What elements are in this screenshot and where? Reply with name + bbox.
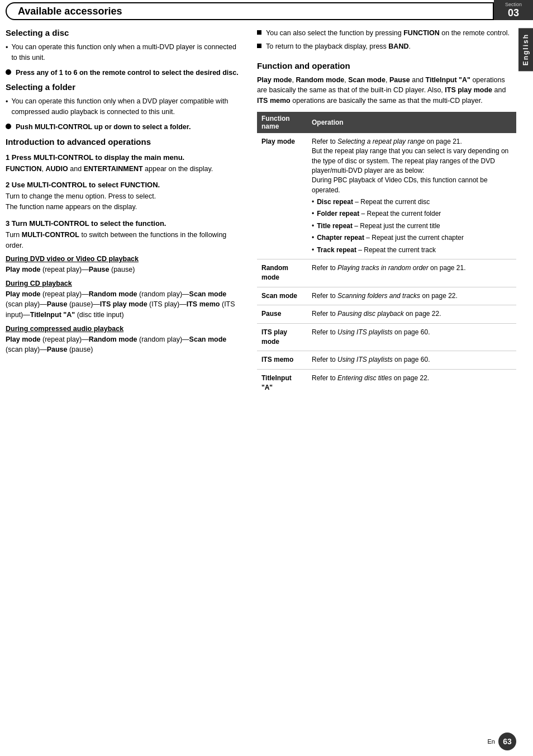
table-row-its-play-mode: ITS play mode Refer to Using ITS playlis… — [257, 323, 516, 351]
titleinput-link: Entering disc titles — [337, 374, 392, 382]
section-num: 03 — [508, 7, 519, 19]
play-mode-link: Selecting a repeat play range — [337, 138, 425, 145]
step-1-heading: 1 Press MULTI-CONTROL to display the mai… — [6, 153, 240, 162]
titleinput-operation: Refer to Entering disc titles on page 22… — [307, 369, 516, 396]
step-3-num: 3 — [6, 219, 12, 228]
bullet-dot-2: • — [6, 97, 8, 107]
pause-name: Pause — [257, 305, 307, 323]
sub-bullet-disc-repeat: • Disc repeat – Repeat the current disc — [312, 197, 512, 207]
dvd-playback-section: During DVD video or Video CD playback Pl… — [6, 254, 240, 275]
its-memo-link: Using ITS playlists — [337, 356, 393, 363]
its-memo-name: ITS memo — [257, 351, 307, 369]
play-mode-cd: Play mode — [6, 290, 41, 298]
selecting-disc-bold-bullet: Press any of 1 to 6 on the remote contro… — [6, 68, 240, 78]
table-row-play-mode: Play mode Refer to Selecting a repeat pl… — [257, 133, 516, 259]
right-column: You can also select the function by pres… — [257, 28, 516, 734]
play-mode-name: Play mode — [257, 133, 307, 259]
step-3-heading: 3 Turn MULTI-CONTROL to select the funct… — [6, 219, 240, 228]
titleinput-cd: TitleInput "A" — [30, 311, 75, 319]
track-repeat-text: Track repeat – Repeat the current track — [317, 245, 436, 255]
random-mode-intro: Random mode — [296, 76, 344, 84]
right-bullets: You can also select the function by pres… — [257, 28, 516, 52]
step-2-heading: 2 Use MULTI-CONTROL to select FUNCTION. — [6, 181, 240, 189]
step-2-body: Turn to change the menu option. Press to… — [6, 191, 240, 212]
step-1-num: 1 — [6, 153, 12, 162]
selecting-folder-bullet: • You can operate this function only whe… — [6, 96, 240, 117]
bold-bullet-dot — [6, 69, 11, 75]
page-title: Available accessories — [18, 6, 122, 17]
function-table: Function name Operation Play mode Refer … — [257, 112, 516, 397]
table-row-random-mode: Random mode Refer to Playing tracks in r… — [257, 259, 516, 287]
sb-dot-4: • — [312, 233, 314, 243]
its-play-mode-name: ITS play mode — [257, 323, 307, 351]
play-mode-dvd: Play mode — [6, 266, 41, 273]
table-row-scan-mode: Scan mode Refer to Scanning folders and … — [257, 287, 516, 305]
its-play-mode-link: Using ITS playlists — [337, 328, 393, 336]
its-memo-cd: ITS memo — [187, 300, 220, 308]
step-2-num: 2 — [6, 181, 12, 189]
square-bullet-1 — [257, 30, 261, 35]
english-side-label: English — [518, 28, 533, 71]
selecting-disc-bullet: • You can operate this function only whe… — [6, 42, 240, 63]
sb-dot-5: • — [312, 245, 314, 255]
right-bullet-2-text: To return to the playback display, press… — [266, 41, 411, 52]
step-1-function: FUNCTION — [6, 165, 42, 173]
sub-bullet-track-repeat: • Track repeat – Repeat the current trac… — [312, 245, 512, 255]
cd-playback-heading: During CD playback — [6, 280, 72, 287]
scan-mode-name: Scan mode — [257, 287, 307, 305]
pause-dvd: Pause — [89, 266, 110, 273]
sb-dot-1: • — [312, 197, 314, 207]
sub-bullet-folder-repeat: • Folder repeat – Repeat the current fol… — [312, 209, 512, 219]
pause-operation: Refer to Pausing disc playback on page 2… — [307, 305, 516, 323]
sub-bullet-title-repeat: • Title repeat – Repeat just the current… — [312, 221, 512, 231]
table-row-titleinput: TitleInput "A" Refer to Entering disc ti… — [257, 369, 516, 396]
selecting-folder-section: Selecting a folder • You can operate thi… — [6, 82, 240, 132]
right-bullet-2: To return to the playback display, press… — [257, 41, 516, 52]
titleinput-name: TitleInput "A" — [257, 369, 307, 396]
random-mode-link: Playing tracks in random order — [337, 264, 429, 272]
scan-mode-link: Scanning folders and tracks — [337, 292, 420, 300]
its-play-mode-operation: Refer to Using ITS playlists on page 60. — [307, 323, 516, 351]
right-bullet-1: You can also select the function by pres… — [257, 28, 516, 39]
step-3-body: Turn MULTI-CONTROL to switch between the… — [6, 230, 240, 251]
compressed-playback-section: During compressed audio playback Play mo… — [6, 324, 240, 355]
en-label: En — [488, 738, 495, 745]
selecting-folder-text: You can operate this function only when … — [11, 96, 240, 117]
folder-repeat-text: Folder repeat – Repeat the current folde… — [317, 209, 441, 219]
func-and-op-intro: Play mode, Random mode, Scan mode, Pause… — [257, 75, 516, 106]
right-bullet-1-text: You can also select the function by pres… — [266, 28, 510, 39]
table-header-func-name: Function name — [257, 112, 307, 133]
compressed-playback-heading: During compressed audio playback — [6, 325, 123, 333]
play-mode-comp: Play mode — [6, 336, 41, 343]
step-1-body: FUNCTION, AUDIO and ENTERTAINMENT appear… — [6, 164, 240, 174]
pause-link: Pausing disc playback — [337, 310, 404, 318]
page-number-badge: 63 — [498, 733, 516, 750]
step-1-title: Press MULTI-CONTROL to display the main … — [12, 153, 184, 162]
square-bullet-2 — [257, 44, 261, 48]
section-badge: Section 03 — [494, 0, 533, 20]
step-1-entertainment: ENTERTAINMENT — [84, 165, 143, 173]
func-and-op-heading: Function and operation — [257, 61, 516, 70]
sb-dot-2: • — [312, 209, 314, 219]
title-repeat-text: Title repeat – Repeat just the current t… — [317, 221, 440, 231]
function-keyword: FUNCTION — [403, 29, 440, 37]
bold-bullet-dot-2 — [6, 124, 11, 129]
its-play-mode-cd: ITS play mode — [100, 300, 147, 308]
play-mode-intro: Play mode — [257, 76, 292, 84]
random-mode-comp: Random mode — [89, 336, 137, 343]
play-mode-operation: Refer to Selecting a repeat play range o… — [307, 133, 516, 259]
left-column: Selecting a disc • You can operate this … — [6, 28, 246, 734]
table-row-pause: Pause Refer to Pausing disc playback on … — [257, 305, 516, 323]
scan-mode-intro: Scan mode — [348, 76, 386, 84]
scan-mode-comp: Scan mode — [189, 336, 227, 343]
titleinput-intro: TitleInput "A" — [426, 76, 470, 84]
selecting-disc-heading: Selecting a disc — [6, 28, 240, 37]
section-label: Section — [505, 2, 522, 7]
header-title-area: Available accessories — [6, 2, 494, 20]
step-1-audio: AUDIO — [46, 165, 68, 173]
its-memo-intro: ITS memo — [257, 97, 291, 105]
page-footer: En 63 — [488, 733, 516, 750]
table-row-its-memo: ITS memo Refer to Using ITS playlists on… — [257, 351, 516, 369]
scan-mode-operation: Refer to Scanning folders and tracks on … — [307, 287, 516, 305]
intro-advanced-heading: Introduction to advanced operations — [6, 137, 240, 147]
